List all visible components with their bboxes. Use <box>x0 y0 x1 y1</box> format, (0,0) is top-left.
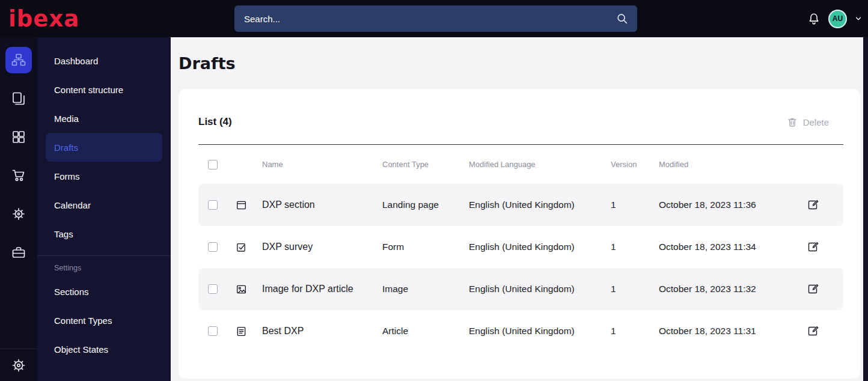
row-checkbox[interactable] <box>208 242 218 252</box>
avatar[interactable]: AU <box>828 10 847 28</box>
delete-label: Delete <box>803 117 829 127</box>
row-modified: October 18, 2023 11:32 <box>652 284 799 294</box>
rail-item-commerce[interactable] <box>5 162 32 189</box>
modules-icon <box>11 130 26 144</box>
row-content-type: Form <box>375 242 462 252</box>
sidebar-item-forms[interactable]: Forms <box>46 162 162 190</box>
edit-button[interactable] <box>807 325 819 337</box>
chevron-down-icon[interactable] <box>855 15 862 22</box>
edit-button[interactable] <box>807 241 819 253</box>
sidebar-menu: Dashboard Content structure Media Drafts… <box>37 37 171 381</box>
row-modified: October 18, 2023 11:36 <box>652 200 799 210</box>
sidebar-item-media[interactable]: Media <box>46 104 162 133</box>
main-content: Drafts List (4) Delete Name Content Type… <box>171 37 863 381</box>
header-content-type: Content Type <box>375 160 462 169</box>
cart-icon <box>11 168 26 183</box>
sidebar-item-content-types[interactable]: Content Types <box>46 306 162 335</box>
row-modified: October 18, 2023 11:31 <box>652 326 799 337</box>
landing-page-icon <box>227 200 255 211</box>
row-name[interactable]: Image for DXP article <box>255 284 375 294</box>
settings-gear-icon <box>11 358 26 373</box>
icon-rail <box>0 37 37 381</box>
rail-item-modules[interactable] <box>5 124 32 150</box>
topbar-right: AU <box>807 0 862 37</box>
bell-icon[interactable] <box>807 12 821 25</box>
row-version: 1 <box>604 242 652 252</box>
search-input[interactable] <box>244 14 616 24</box>
row-name[interactable]: DXP survey <box>255 242 375 252</box>
rail-item-content[interactable] <box>5 47 32 73</box>
rail-item-catalog[interactable] <box>5 239 32 266</box>
row-name[interactable]: DXP section <box>255 200 375 210</box>
table-header: Name Content Type Modified Language Vers… <box>198 144 843 184</box>
row-version: 1 <box>604 326 652 337</box>
row-modified: October 18, 2023 11:34 <box>652 242 799 252</box>
row-version: 1 <box>604 200 652 210</box>
sidebar-item-calendar[interactable]: Calendar <box>46 190 162 219</box>
sidebar-item-sections[interactable]: Sections <box>46 277 162 306</box>
right-dock-panel[interactable] <box>863 37 868 381</box>
sidebar-item-drafts[interactable]: Drafts <box>46 133 162 162</box>
header-name: Name <box>255 160 375 169</box>
edit-button[interactable] <box>807 199 819 211</box>
drafts-card: List (4) Delete Name Content Type Modifi… <box>179 89 860 379</box>
delete-button[interactable]: Delete <box>787 117 829 127</box>
row-modified-language: English (United Kingdom) <box>462 242 604 252</box>
search-icon[interactable] <box>616 12 629 25</box>
page-title: Drafts <box>179 54 863 73</box>
image-icon <box>227 284 255 295</box>
edit-button[interactable] <box>807 283 819 295</box>
row-modified-language: English (United Kingdom) <box>462 200 604 210</box>
row-content-type: Article <box>375 326 462 337</box>
header-version: Version <box>604 160 652 169</box>
toolbox-icon <box>11 245 26 260</box>
form-icon <box>227 242 255 253</box>
sidebar-item-object-states[interactable]: Object States <box>46 335 162 364</box>
rail-item-pages[interactable] <box>5 85 32 112</box>
logo-text: ibexa <box>8 8 79 30</box>
row-modified-language: English (United Kingdom) <box>462 326 604 337</box>
list-header: List (4) Delete <box>198 115 843 129</box>
pages-icon <box>11 91 26 106</box>
sidebar-item-content-structure[interactable]: Content structure <box>46 75 162 104</box>
row-version: 1 <box>604 284 652 294</box>
list-title: List (4) <box>198 116 232 128</box>
table-row[interactable]: DXP section Landing page English (United… <box>198 184 843 226</box>
settings-heading: Settings <box>37 256 171 277</box>
row-checkbox[interactable] <box>208 284 218 294</box>
personalization-icon <box>11 207 26 221</box>
sitemap-icon <box>11 53 26 67</box>
rail-item-settings[interactable] <box>0 349 37 381</box>
table-row[interactable]: Image for DXP article Image English (Uni… <box>198 268 843 310</box>
row-content-type: Image <box>375 284 462 294</box>
select-all-checkbox[interactable] <box>208 160 218 169</box>
table-row[interactable]: Best DXP Article English (United Kingdom… <box>198 310 843 352</box>
row-modified-language: English (United Kingdom) <box>462 284 604 294</box>
table-row[interactable]: DXP survey Form English (United Kingdom)… <box>198 226 843 268</box>
global-search <box>234 5 637 32</box>
sidebar-item-tags[interactable]: Tags <box>46 219 162 248</box>
row-content-type: Landing page <box>375 200 462 210</box>
row-checkbox[interactable] <box>208 326 218 336</box>
row-checkbox[interactable] <box>208 200 218 210</box>
ibexa-logo[interactable]: ibexa <box>8 7 79 30</box>
header-modified: Modified <box>652 160 799 169</box>
sidebar-item-dashboard[interactable]: Dashboard <box>46 46 162 75</box>
row-name[interactable]: Best DXP <box>255 326 375 337</box>
rail-item-personalization[interactable] <box>5 201 32 227</box>
article-icon <box>227 326 255 337</box>
topbar: ibexa AU <box>0 0 868 37</box>
header-modified-language: Modified Language <box>462 160 604 169</box>
trash-icon <box>787 117 798 127</box>
